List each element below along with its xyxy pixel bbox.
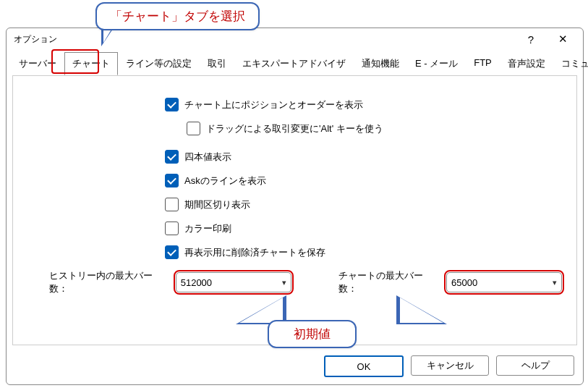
tab-chart-label: チャート [72, 58, 110, 69]
combo-history-max-bars[interactable]: 512000 ▾ [176, 272, 291, 292]
label-show-ask-line: Askのラインを表示 [184, 174, 266, 187]
help-button-label: ヘルプ [521, 359, 550, 372]
checkbox-drag-trade-alt[interactable] [187, 122, 200, 135]
close-icon: ✕ [558, 33, 568, 46]
tab-trade[interactable]: 取引 [200, 52, 234, 75]
checkbox-show-period-separators[interactable] [165, 198, 179, 211]
callout-top-text: 「チャート」タブを選択 [110, 9, 245, 23]
tab-lines[interactable]: ライン等の設定 [118, 52, 200, 75]
tab-pane-chart: チャート上にポジションとオーダーを表示 ドラッグによる取引変更に'Alt' キー… [12, 75, 577, 345]
cancel-button-label: キャンセル [427, 359, 474, 372]
label-color-print: カラー印刷 [184, 222, 231, 235]
tab-lines-label: ライン等の設定 [126, 58, 192, 69]
dialog-title: オプション [14, 33, 515, 46]
label-history-max-bars: ヒストリー内の最大バー数： [49, 269, 170, 295]
combo-chart-max-bars-value: 65000 [451, 277, 553, 288]
row-show-ask-line: Askのラインを表示 [165, 174, 562, 187]
checkbox-color-print[interactable] [165, 222, 179, 235]
tab-bar: サーバー チャート ライン等の設定 取引 エキスパートアドバイザ 通知機能 E … [7, 50, 583, 75]
tab-email-label: E - メール [415, 58, 458, 69]
combo-history-max-bars-value: 512000 [181, 277, 282, 288]
chevron-down-icon: ▾ [282, 278, 286, 287]
tab-server[interactable]: サーバー [11, 52, 64, 75]
row-drag-trade-alt: ドラッグによる取引変更に'Alt' キーを使う [187, 122, 562, 135]
ok-button-label: OK [357, 361, 371, 372]
dialog-button-row: OK キャンセル ヘルプ [7, 351, 583, 384]
cancel-button[interactable]: キャンセル [411, 355, 489, 376]
label-show-ohlc: 四本値表示 [184, 151, 231, 164]
tab-trade-label: 取引 [208, 58, 226, 69]
tab-email[interactable]: E - メール [407, 52, 466, 75]
help-button-footer[interactable]: ヘルプ [496, 355, 574, 376]
row-color-print: カラー印刷 [165, 222, 562, 235]
tab-ea[interactable]: エキスパートアドバイザ [234, 52, 354, 75]
tab-chart[interactable]: チャート [64, 52, 118, 75]
chevron-down-icon: ▾ [553, 278, 557, 287]
row-show-ohlc: 四本値表示 [165, 150, 562, 164]
row-show-period-separators: 期間区切り表示 [165, 198, 562, 211]
label-save-deleted-charts: 再表示用に削除済チャートを保存 [184, 246, 325, 259]
callout-bottom-text: 初期値 [294, 327, 331, 341]
tab-community-label: コミュニティ [561, 58, 588, 69]
label-drag-trade-alt: ドラッグによる取引変更に'Alt' キーを使う [206, 122, 383, 135]
row-save-deleted-charts: 再表示用に削除済チャートを保存 [165, 245, 562, 259]
ok-button[interactable]: OK [324, 355, 404, 377]
tab-notify-label: 通知機能 [362, 58, 399, 69]
tab-sound[interactable]: 音声設定 [500, 52, 553, 75]
checkbox-save-deleted-charts[interactable] [165, 245, 179, 259]
tab-server-label: サーバー [19, 58, 56, 69]
close-button[interactable]: ✕ [547, 29, 579, 49]
label-show-positions-orders: チャート上にポジションとオーダーを表示 [184, 98, 363, 111]
checkbox-show-positions-orders[interactable] [165, 98, 179, 111]
checkbox-show-ohlc[interactable] [165, 150, 179, 164]
dialog-titlebar: オプション ? ✕ [7, 28, 583, 50]
tab-ea-label: エキスパートアドバイザ [242, 58, 346, 69]
tab-notify[interactable]: 通知機能 [354, 52, 407, 75]
label-show-period-separators: 期間区切り表示 [184, 198, 250, 211]
callout-default-values: 初期値 [268, 320, 357, 348]
help-icon: ? [528, 33, 534, 46]
row-show-positions-orders: チャート上にポジションとオーダーを表示 [165, 98, 562, 111]
tab-sound-label: 音声設定 [508, 58, 545, 69]
tab-community[interactable]: コミュニティ [553, 52, 588, 75]
checkbox-show-ask-line[interactable] [165, 174, 179, 187]
combo-row: ヒストリー内の最大バー数： 512000 ▾ チャートの最大バー数： 65000… [49, 269, 562, 295]
tab-ftp[interactable]: FTP [466, 52, 500, 75]
tab-ftp-label: FTP [474, 57, 492, 68]
combo-chart-max-bars[interactable]: 65000 ▾ [446, 272, 562, 292]
help-button[interactable]: ? [515, 29, 547, 49]
callout-select-chart-tab: 「チャート」タブを選択 [95, 2, 260, 30]
label-chart-max-bars: チャートの最大バー数： [338, 269, 440, 295]
